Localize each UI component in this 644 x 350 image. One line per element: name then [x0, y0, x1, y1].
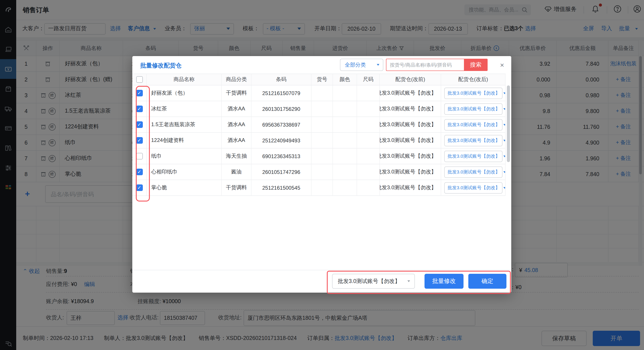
divider	[132, 270, 511, 270]
modal-column-header-5: 颜色	[333, 74, 357, 85]
target-warehouse-value: 批发3.0测试账号【勿改】	[338, 278, 400, 285]
row-checkbox[interactable]: ✓	[136, 106, 142, 112]
category-filter-select[interactable]: 全部分类	[340, 59, 383, 71]
target-warehouse-select[interactable]: 批发3.0测试账号【勿改】	[332, 274, 415, 289]
modal-cell-5	[333, 101, 357, 116]
caret-down-icon	[503, 108, 506, 110]
warehouse-after-value: 批发3.0测试账号【勿改】	[448, 153, 500, 159]
modal-cell-8: 批发3.0测试账号【勿改】	[441, 148, 506, 164]
modal-cell-5	[333, 117, 357, 132]
warehouse-after-select[interactable]: 批发3.0测试账号【勿改】	[444, 103, 502, 114]
warehouse-before: 批发3.0测试账号【勿改】	[380, 164, 441, 180]
caret-down-icon	[377, 64, 380, 66]
product-category: 酒水AA	[222, 101, 252, 116]
caret-down-icon	[503, 171, 506, 173]
modal-cell-0: ✓	[132, 86, 147, 101]
modal-search-button[interactable]: 搜索	[464, 59, 488, 71]
warehouse-after-select[interactable]: 批发3.0测试账号【勿改】	[444, 88, 502, 99]
modal-column-header-0: ✓	[132, 74, 147, 85]
product-category: 酱油	[222, 164, 252, 180]
modal-cell-4	[312, 117, 333, 132]
warehouse-after-value: 批发3.0测试账号【勿改】	[448, 106, 500, 112]
barcode: 6956367338697	[252, 117, 312, 132]
modal-cell-0: ✓	[132, 148, 147, 164]
modal-cell-4	[312, 164, 333, 180]
warehouse-after-select[interactable]: 批发3.0测试账号【勿改】	[444, 135, 502, 146]
product-name: 1.5王老吉瓶装凉茶	[147, 117, 222, 132]
product-category: 海天生抽	[222, 148, 252, 164]
modal-column-header-2: 商品分类	[222, 74, 252, 85]
warehouse-after-value: 批发3.0测试账号【勿改】	[448, 169, 500, 175]
product-name: 纸巾	[147, 148, 222, 164]
select-all-checkbox[interactable]: ✓	[136, 76, 142, 83]
modal-table-header: ✓商品名称商品分类条码货号颜色尺码配货仓(改前)配货仓(改后)	[132, 74, 506, 86]
warehouse-after-select[interactable]: 批发3.0测试账号【勿改】	[444, 119, 502, 130]
product-name: 心相印纸巾	[147, 164, 222, 180]
row-checkbox[interactable]: ✓	[136, 121, 142, 128]
row-checkbox[interactable]: ✓	[136, 169, 142, 175]
product-name: 冰红茶	[147, 101, 222, 116]
warehouse-after-select[interactable]: 批发3.0测试账号【勿改】	[444, 166, 502, 178]
product-name: 1224创建资料	[147, 133, 222, 148]
modal-table-row: ✓掌心脆干货调料2512161500545批发3.0测试账号【勿改】批发3.0测…	[132, 180, 506, 196]
modal-cell-0: ✓	[132, 164, 147, 180]
warehouse-after-value: 批发3.0测试账号【勿改】	[448, 90, 500, 96]
modal-cell-5	[333, 86, 357, 101]
barcode: 6901236345313	[252, 148, 312, 164]
modal-scrollbar[interactable]	[507, 74, 510, 267]
product-category: 酒水AA	[222, 133, 252, 148]
modal-cell-5	[333, 133, 357, 148]
product-category: 干货调料	[222, 180, 252, 195]
modal-cell-0: ✓	[132, 180, 147, 195]
modal-cell-4	[312, 148, 333, 164]
barcode: 2601051747296	[252, 164, 312, 180]
warehouse-before: 批发3.0测试账号【勿改】	[380, 180, 441, 195]
close-icon[interactable]: ×	[498, 61, 506, 70]
caret-down-icon	[408, 280, 410, 282]
sales-order-page: 销售订单 搜功能、商品、会员... 增值服务	[0, 0, 644, 350]
product-category: 酒水AA	[222, 117, 252, 132]
modal-search-input[interactable]	[386, 59, 464, 71]
modal-cell-8: 批发3.0测试账号【勿改】	[441, 101, 506, 116]
barcode: 2512161500545	[252, 180, 312, 195]
batch-modify-warehouse-modal: 批量修改配货仓 全部分类 搜索 × ✓商品名称商品分类条码货号颜色尺码配货仓(改…	[132, 56, 511, 292]
row-checkbox[interactable]: ✓	[136, 184, 142, 191]
modal-cell-4	[312, 180, 333, 195]
warehouse-after-select[interactable]: 批发3.0测试账号【勿改】	[444, 150, 502, 162]
modal-column-header-3: 条码	[252, 74, 312, 85]
batch-modify-button[interactable]: 批量修改	[424, 274, 464, 289]
warehouse-before: 批发3.0测试账号【勿改】	[380, 133, 441, 148]
modal-table-row: ✓1224创建资料酒水AA2512240949493批发3.0测试账号【勿改】批…	[132, 133, 506, 148]
caret-down-icon	[503, 187, 506, 188]
modal-table-row: ✓1.5王老吉瓶装凉茶酒水AA6956367338697批发3.0测试账号【勿改…	[132, 117, 506, 133]
caret-down-icon	[503, 92, 506, 94]
row-checkbox[interactable]: ✓	[136, 153, 142, 160]
warehouse-before: 批发3.0测试账号【勿改】	[380, 148, 441, 164]
modal-cell-5	[333, 180, 357, 195]
confirm-button[interactable]: 确定	[468, 274, 506, 289]
modal-cell-5	[333, 164, 357, 180]
product-name: 掌心脆	[147, 180, 222, 195]
warehouse-before: 批发3.0测试账号【勿改】	[380, 86, 441, 101]
modal-cell-8: 批发3.0测试账号【勿改】	[441, 86, 506, 101]
caret-down-icon	[503, 124, 506, 126]
modal-cell-4	[312, 86, 333, 101]
warehouse-after-select[interactable]: 批发3.0测试账号【勿改】	[444, 182, 502, 194]
modal-column-header-1: 商品名称	[147, 74, 222, 85]
modal-table-row: ✓心相印纸巾酱油2601051747296批发3.0测试账号【勿改】批发3.0测…	[132, 164, 506, 180]
modal-table-row: ✓纸巾海天生抽6901236345313批发3.0测试账号【勿改】批发3.0测试…	[132, 148, 506, 164]
modal-cell-0: ✓	[132, 117, 147, 132]
product-name: 好丽友派（包）	[147, 86, 222, 101]
row-checkbox[interactable]: ✓	[136, 90, 142, 96]
barcode: 2512161507079	[252, 86, 312, 101]
modal-cell-8: 批发3.0测试账号【勿改】	[441, 133, 506, 148]
row-checkbox[interactable]: ✓	[136, 137, 142, 144]
warehouse-before: 批发3.0测试账号【勿改】	[380, 101, 441, 116]
modal-cell-6	[357, 117, 380, 132]
modal-cell-4	[312, 133, 333, 148]
modal-cell-8: 批发3.0测试账号【勿改】	[441, 164, 506, 180]
barcode: 2512240949493	[252, 133, 312, 148]
modal-cell-6	[357, 86, 380, 101]
modal-cell-6	[357, 101, 380, 116]
caret-down-icon	[503, 140, 506, 141]
